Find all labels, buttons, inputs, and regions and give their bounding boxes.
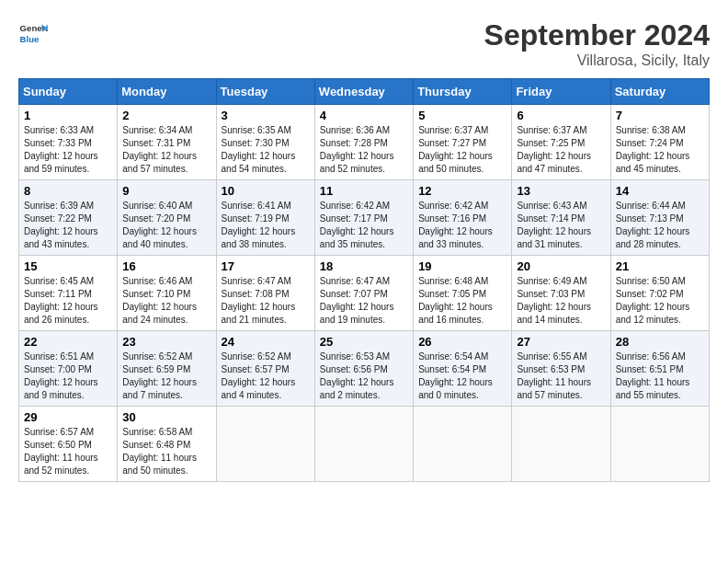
day-info: Sunrise: 6:37 AM Sunset: 7:27 PM Dayligh… [418,124,506,176]
month-title: September 2024 [484,18,710,52]
calendar-row: 29Sunrise: 6:57 AM Sunset: 6:50 PM Dayli… [19,407,710,482]
day-number: 20 [517,259,605,273]
table-row: 12Sunrise: 6:42 AM Sunset: 7:16 PM Dayli… [414,180,512,256]
calendar-header-row: Sunday Monday Tuesday Wednesday Thursday… [19,79,710,105]
day-info: Sunrise: 6:54 AM Sunset: 6:54 PM Dayligh… [418,350,506,402]
table-row: 21Sunrise: 6:50 AM Sunset: 7:02 PM Dayli… [610,256,709,331]
table-row: 6Sunrise: 6:37 AM Sunset: 7:25 PM Daylig… [512,105,610,180]
table-row: 16Sunrise: 6:46 AM Sunset: 7:10 PM Dayli… [118,256,216,331]
day-number: 18 [320,259,408,273]
day-number: 5 [418,109,506,122]
table-row: 2Sunrise: 6:34 AM Sunset: 7:31 PM Daylig… [118,105,216,180]
calendar-row: 8Sunrise: 6:39 AM Sunset: 7:22 PM Daylig… [19,180,710,256]
day-number: 7 [616,109,704,122]
day-info: Sunrise: 6:50 AM Sunset: 7:02 PM Dayligh… [616,275,704,327]
table-row: 26Sunrise: 6:54 AM Sunset: 6:54 PM Dayli… [414,331,512,407]
table-row: 24Sunrise: 6:52 AM Sunset: 6:57 PM Dayli… [216,331,314,407]
day-info: Sunrise: 6:46 AM Sunset: 7:10 PM Dayligh… [122,275,210,327]
day-info: Sunrise: 6:48 AM Sunset: 7:05 PM Dayligh… [418,275,506,327]
day-info: Sunrise: 6:52 AM Sunset: 6:59 PM Dayligh… [122,350,210,402]
table-row: 7Sunrise: 6:38 AM Sunset: 7:24 PM Daylig… [610,105,709,180]
day-info: Sunrise: 6:36 AM Sunset: 7:28 PM Dayligh… [320,124,408,176]
day-number: 30 [122,410,210,424]
day-number: 25 [320,335,408,349]
table-row [216,407,314,482]
table-row: 25Sunrise: 6:53 AM Sunset: 6:56 PM Dayli… [314,331,413,407]
calendar-table: Sunday Monday Tuesday Wednesday Thursday… [18,78,710,482]
day-number: 17 [222,259,310,273]
day-number: 13 [517,184,605,198]
day-info: Sunrise: 6:58 AM Sunset: 6:48 PM Dayligh… [122,426,210,477]
day-number: 2 [122,109,210,122]
day-number: 8 [24,184,112,198]
day-info: Sunrise: 6:51 AM Sunset: 7:00 PM Dayligh… [24,350,112,402]
calendar-row: 15Sunrise: 6:45 AM Sunset: 7:11 PM Dayli… [19,256,710,331]
table-row: 11Sunrise: 6:42 AM Sunset: 7:17 PM Dayli… [314,180,413,256]
table-row: 14Sunrise: 6:44 AM Sunset: 7:13 PM Dayli… [610,180,709,256]
day-info: Sunrise: 6:34 AM Sunset: 7:31 PM Dayligh… [122,124,210,176]
table-row [314,407,413,482]
day-info: Sunrise: 6:37 AM Sunset: 7:25 PM Dayligh… [517,124,605,176]
day-number: 4 [320,109,408,122]
day-number: 22 [24,335,112,349]
day-number: 29 [24,410,112,424]
col-thursday: Thursday [414,79,512,105]
col-friday: Friday [512,79,610,105]
day-number: 14 [616,184,704,198]
day-info: Sunrise: 6:35 AM Sunset: 7:30 PM Dayligh… [222,124,310,176]
day-number: 6 [517,109,605,122]
day-info: Sunrise: 6:49 AM Sunset: 7:03 PM Dayligh… [517,275,605,327]
day-info: Sunrise: 6:52 AM Sunset: 6:57 PM Dayligh… [222,350,310,402]
table-row: 19Sunrise: 6:48 AM Sunset: 7:05 PM Dayli… [414,256,512,331]
col-sunday: Sunday [19,79,118,105]
table-row: 28Sunrise: 6:56 AM Sunset: 6:51 PM Dayli… [610,331,709,407]
table-row: 30Sunrise: 6:58 AM Sunset: 6:48 PM Dayli… [118,407,216,482]
table-row: 17Sunrise: 6:47 AM Sunset: 7:08 PM Dayli… [216,256,314,331]
day-info: Sunrise: 6:43 AM Sunset: 7:14 PM Dayligh… [517,200,605,251]
day-info: Sunrise: 6:47 AM Sunset: 7:08 PM Dayligh… [222,275,310,327]
day-number: 12 [418,184,506,198]
col-saturday: Saturday [610,79,709,105]
table-row: 5Sunrise: 6:37 AM Sunset: 7:27 PM Daylig… [414,105,512,180]
day-info: Sunrise: 6:55 AM Sunset: 6:53 PM Dayligh… [517,350,605,402]
table-row: 15Sunrise: 6:45 AM Sunset: 7:11 PM Dayli… [19,256,118,331]
day-number: 26 [418,335,506,349]
table-row [414,407,512,482]
day-info: Sunrise: 6:41 AM Sunset: 7:19 PM Dayligh… [222,200,310,251]
table-row: 20Sunrise: 6:49 AM Sunset: 7:03 PM Dayli… [512,256,610,331]
day-info: Sunrise: 6:40 AM Sunset: 7:20 PM Dayligh… [122,200,210,251]
day-info: Sunrise: 6:57 AM Sunset: 6:50 PM Dayligh… [24,426,112,477]
table-row: 29Sunrise: 6:57 AM Sunset: 6:50 PM Dayli… [19,407,118,482]
day-number: 16 [122,259,210,273]
day-number: 28 [616,335,704,349]
table-row [512,407,610,482]
day-number: 9 [122,184,210,198]
page-header: General Blue September 2024 Villarosa, S… [18,18,710,69]
day-number: 10 [222,184,310,198]
location: Villarosa, Sicily, Italy [484,52,710,69]
day-info: Sunrise: 6:42 AM Sunset: 7:17 PM Dayligh… [320,200,408,251]
col-monday: Monday [118,79,216,105]
table-row: 3Sunrise: 6:35 AM Sunset: 7:30 PM Daylig… [216,105,314,180]
calendar-row: 22Sunrise: 6:51 AM Sunset: 7:00 PM Dayli… [19,331,710,407]
day-info: Sunrise: 6:33 AM Sunset: 7:33 PM Dayligh… [24,124,112,176]
table-row: 1Sunrise: 6:33 AM Sunset: 7:33 PM Daylig… [19,105,118,180]
day-info: Sunrise: 6:53 AM Sunset: 6:56 PM Dayligh… [320,350,408,402]
table-row: 10Sunrise: 6:41 AM Sunset: 7:19 PM Dayli… [216,180,314,256]
title-block: September 2024 Villarosa, Sicily, Italy [484,18,710,69]
table-row: 27Sunrise: 6:55 AM Sunset: 6:53 PM Dayli… [512,331,610,407]
day-number: 21 [616,259,704,273]
day-info: Sunrise: 6:45 AM Sunset: 7:11 PM Dayligh… [24,275,112,327]
table-row: 22Sunrise: 6:51 AM Sunset: 7:00 PM Dayli… [19,331,118,407]
col-wednesday: Wednesday [314,79,413,105]
day-number: 19 [418,259,506,273]
table-row: 18Sunrise: 6:47 AM Sunset: 7:07 PM Dayli… [314,256,413,331]
svg-text:Blue: Blue [20,34,40,44]
day-number: 15 [24,259,112,273]
logo-icon: General Blue [18,18,48,48]
table-row: 9Sunrise: 6:40 AM Sunset: 7:20 PM Daylig… [118,180,216,256]
day-info: Sunrise: 6:56 AM Sunset: 6:51 PM Dayligh… [616,350,704,402]
logo: General Blue [18,18,48,48]
day-number: 11 [320,184,408,198]
day-number: 1 [24,109,112,122]
